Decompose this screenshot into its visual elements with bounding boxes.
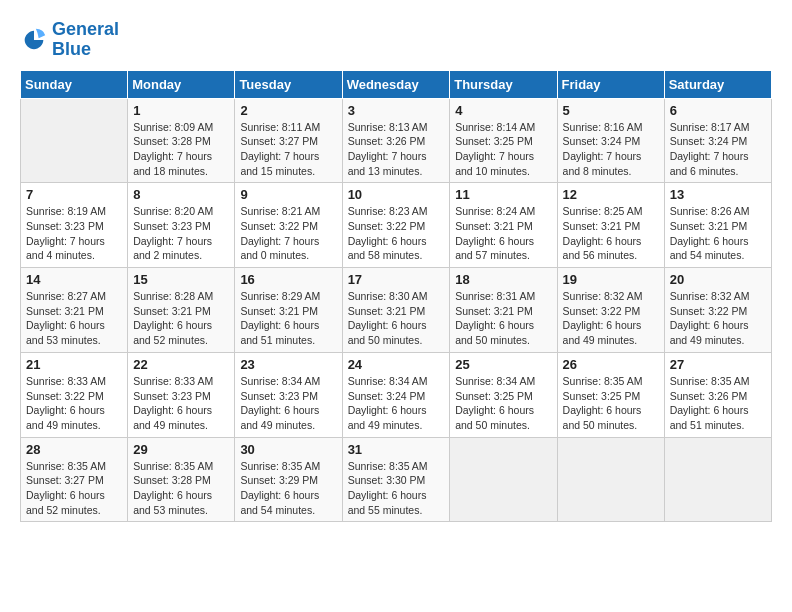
day-number: 18: [455, 272, 551, 287]
day-info: Sunrise: 8:33 AMSunset: 3:23 PMDaylight:…: [133, 374, 229, 433]
day-info: Sunrise: 8:26 AMSunset: 3:21 PMDaylight:…: [670, 204, 766, 263]
day-cell: 19Sunrise: 8:32 AMSunset: 3:22 PMDayligh…: [557, 268, 664, 353]
week-row-2: 7Sunrise: 8:19 AMSunset: 3:23 PMDaylight…: [21, 183, 772, 268]
day-info: Sunrise: 8:35 AMSunset: 3:29 PMDaylight:…: [240, 459, 336, 518]
day-cell: 31Sunrise: 8:35 AMSunset: 3:30 PMDayligh…: [342, 437, 450, 522]
header-cell-thursday: Thursday: [450, 70, 557, 98]
day-cell: [557, 437, 664, 522]
day-cell: 8Sunrise: 8:20 AMSunset: 3:23 PMDaylight…: [128, 183, 235, 268]
day-cell: [664, 437, 771, 522]
day-number: 13: [670, 187, 766, 202]
calendar-body: 1Sunrise: 8:09 AMSunset: 3:28 PMDaylight…: [21, 98, 772, 522]
day-number: 31: [348, 442, 445, 457]
day-cell: 3Sunrise: 8:13 AMSunset: 3:26 PMDaylight…: [342, 98, 450, 183]
day-info: Sunrise: 8:14 AMSunset: 3:25 PMDaylight:…: [455, 120, 551, 179]
day-number: 22: [133, 357, 229, 372]
day-info: Sunrise: 8:35 AMSunset: 3:30 PMDaylight:…: [348, 459, 445, 518]
day-number: 5: [563, 103, 659, 118]
day-number: 23: [240, 357, 336, 372]
day-number: 9: [240, 187, 336, 202]
header-cell-saturday: Saturday: [664, 70, 771, 98]
day-info: Sunrise: 8:35 AMSunset: 3:25 PMDaylight:…: [563, 374, 659, 433]
day-cell: 29Sunrise: 8:35 AMSunset: 3:28 PMDayligh…: [128, 437, 235, 522]
day-info: Sunrise: 8:31 AMSunset: 3:21 PMDaylight:…: [455, 289, 551, 348]
day-number: 20: [670, 272, 766, 287]
day-cell: 12Sunrise: 8:25 AMSunset: 3:21 PMDayligh…: [557, 183, 664, 268]
day-info: Sunrise: 8:09 AMSunset: 3:28 PMDaylight:…: [133, 120, 229, 179]
day-number: 21: [26, 357, 122, 372]
day-number: 27: [670, 357, 766, 372]
header-cell-friday: Friday: [557, 70, 664, 98]
day-info: Sunrise: 8:17 AMSunset: 3:24 PMDaylight:…: [670, 120, 766, 179]
day-number: 3: [348, 103, 445, 118]
day-info: Sunrise: 8:34 AMSunset: 3:24 PMDaylight:…: [348, 374, 445, 433]
day-info: Sunrise: 8:19 AMSunset: 3:23 PMDaylight:…: [26, 204, 122, 263]
day-info: Sunrise: 8:34 AMSunset: 3:23 PMDaylight:…: [240, 374, 336, 433]
day-number: 24: [348, 357, 445, 372]
day-cell: 1Sunrise: 8:09 AMSunset: 3:28 PMDaylight…: [128, 98, 235, 183]
day-number: 14: [26, 272, 122, 287]
day-cell: 7Sunrise: 8:19 AMSunset: 3:23 PMDaylight…: [21, 183, 128, 268]
day-cell: 24Sunrise: 8:34 AMSunset: 3:24 PMDayligh…: [342, 352, 450, 437]
day-info: Sunrise: 8:25 AMSunset: 3:21 PMDaylight:…: [563, 204, 659, 263]
day-info: Sunrise: 8:35 AMSunset: 3:27 PMDaylight:…: [26, 459, 122, 518]
day-number: 10: [348, 187, 445, 202]
day-cell: 20Sunrise: 8:32 AMSunset: 3:22 PMDayligh…: [664, 268, 771, 353]
day-cell: 11Sunrise: 8:24 AMSunset: 3:21 PMDayligh…: [450, 183, 557, 268]
day-info: Sunrise: 8:33 AMSunset: 3:22 PMDaylight:…: [26, 374, 122, 433]
day-cell: [21, 98, 128, 183]
day-cell: 5Sunrise: 8:16 AMSunset: 3:24 PMDaylight…: [557, 98, 664, 183]
day-cell: 4Sunrise: 8:14 AMSunset: 3:25 PMDaylight…: [450, 98, 557, 183]
day-cell: 26Sunrise: 8:35 AMSunset: 3:25 PMDayligh…: [557, 352, 664, 437]
day-number: 25: [455, 357, 551, 372]
day-number: 4: [455, 103, 551, 118]
day-cell: 10Sunrise: 8:23 AMSunset: 3:22 PMDayligh…: [342, 183, 450, 268]
day-number: 12: [563, 187, 659, 202]
day-cell: 6Sunrise: 8:17 AMSunset: 3:24 PMDaylight…: [664, 98, 771, 183]
day-cell: 14Sunrise: 8:27 AMSunset: 3:21 PMDayligh…: [21, 268, 128, 353]
day-cell: 23Sunrise: 8:34 AMSunset: 3:23 PMDayligh…: [235, 352, 342, 437]
header-cell-wednesday: Wednesday: [342, 70, 450, 98]
day-number: 1: [133, 103, 229, 118]
day-number: 7: [26, 187, 122, 202]
day-number: 26: [563, 357, 659, 372]
day-number: 19: [563, 272, 659, 287]
day-info: Sunrise: 8:34 AMSunset: 3:25 PMDaylight:…: [455, 374, 551, 433]
day-info: Sunrise: 8:29 AMSunset: 3:21 PMDaylight:…: [240, 289, 336, 348]
day-info: Sunrise: 8:24 AMSunset: 3:21 PMDaylight:…: [455, 204, 551, 263]
day-info: Sunrise: 8:30 AMSunset: 3:21 PMDaylight:…: [348, 289, 445, 348]
day-number: 17: [348, 272, 445, 287]
header-cell-monday: Monday: [128, 70, 235, 98]
day-cell: [450, 437, 557, 522]
week-row-1: 1Sunrise: 8:09 AMSunset: 3:28 PMDaylight…: [21, 98, 772, 183]
day-info: Sunrise: 8:32 AMSunset: 3:22 PMDaylight:…: [670, 289, 766, 348]
day-cell: 27Sunrise: 8:35 AMSunset: 3:26 PMDayligh…: [664, 352, 771, 437]
day-cell: 9Sunrise: 8:21 AMSunset: 3:22 PMDaylight…: [235, 183, 342, 268]
day-cell: 22Sunrise: 8:33 AMSunset: 3:23 PMDayligh…: [128, 352, 235, 437]
day-cell: 25Sunrise: 8:34 AMSunset: 3:25 PMDayligh…: [450, 352, 557, 437]
header-cell-sunday: Sunday: [21, 70, 128, 98]
week-row-3: 14Sunrise: 8:27 AMSunset: 3:21 PMDayligh…: [21, 268, 772, 353]
day-cell: 30Sunrise: 8:35 AMSunset: 3:29 PMDayligh…: [235, 437, 342, 522]
day-info: Sunrise: 8:23 AMSunset: 3:22 PMDaylight:…: [348, 204, 445, 263]
day-info: Sunrise: 8:13 AMSunset: 3:26 PMDaylight:…: [348, 120, 445, 179]
day-info: Sunrise: 8:20 AMSunset: 3:23 PMDaylight:…: [133, 204, 229, 263]
day-info: Sunrise: 8:27 AMSunset: 3:21 PMDaylight:…: [26, 289, 122, 348]
logo-icon: [20, 26, 48, 54]
day-number: 30: [240, 442, 336, 457]
day-cell: 2Sunrise: 8:11 AMSunset: 3:27 PMDaylight…: [235, 98, 342, 183]
day-number: 16: [240, 272, 336, 287]
header-row: SundayMondayTuesdayWednesdayThursdayFrid…: [21, 70, 772, 98]
logo-text: General Blue: [52, 20, 119, 60]
day-info: Sunrise: 8:35 AMSunset: 3:26 PMDaylight:…: [670, 374, 766, 433]
day-cell: 18Sunrise: 8:31 AMSunset: 3:21 PMDayligh…: [450, 268, 557, 353]
calendar-header: SundayMondayTuesdayWednesdayThursdayFrid…: [21, 70, 772, 98]
day-cell: 15Sunrise: 8:28 AMSunset: 3:21 PMDayligh…: [128, 268, 235, 353]
day-cell: 16Sunrise: 8:29 AMSunset: 3:21 PMDayligh…: [235, 268, 342, 353]
day-info: Sunrise: 8:32 AMSunset: 3:22 PMDaylight:…: [563, 289, 659, 348]
day-number: 29: [133, 442, 229, 457]
day-info: Sunrise: 8:21 AMSunset: 3:22 PMDaylight:…: [240, 204, 336, 263]
day-cell: 21Sunrise: 8:33 AMSunset: 3:22 PMDayligh…: [21, 352, 128, 437]
day-info: Sunrise: 8:16 AMSunset: 3:24 PMDaylight:…: [563, 120, 659, 179]
day-cell: 28Sunrise: 8:35 AMSunset: 3:27 PMDayligh…: [21, 437, 128, 522]
